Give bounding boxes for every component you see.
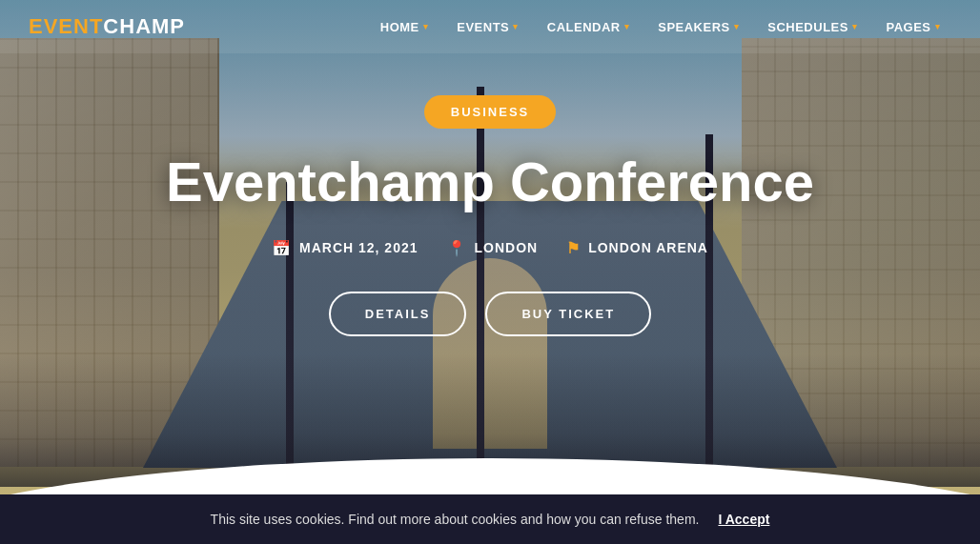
chevron-down-icon: ▾ (935, 22, 941, 31)
logo-part2: CHAMP (103, 14, 185, 38)
nav-item-pages[interactable]: PAGES ▾ (874, 12, 951, 42)
logo-part1: EVENT (29, 14, 103, 38)
hero-content: BUSINESS Eventchamp Conference 📅 MARCH 1… (0, 95, 980, 336)
event-meta: 📅 MARCH 12, 2021 📍 LONDON ⚑ LONDON ARENA (272, 239, 708, 257)
location-icon: 📍 (447, 239, 467, 257)
nav-item-schedules[interactable]: SCHEDULES ▾ (756, 12, 868, 42)
nav-item-events[interactable]: EVENTS ▾ (445, 12, 530, 42)
chevron-down-icon: ▾ (624, 22, 630, 31)
event-title: Eventchamp Conference (166, 151, 814, 212)
nav-links: HOME ▾ EVENTS ▾ CALENDAR ▾ SPEAKERS ▾ SC… (369, 12, 951, 42)
category-badge[interactable]: BUSINESS (424, 95, 556, 129)
hero-section: EVENTCHAMP HOME ▾ EVENTS ▾ CALENDAR ▾ SP… (0, 0, 980, 544)
venue-icon: ⚑ (566, 239, 581, 257)
meta-date: 📅 MARCH 12, 2021 (272, 239, 419, 257)
meta-city-text: LONDON (475, 240, 539, 255)
nav-label-calendar: CALENDAR (547, 20, 621, 34)
cookie-text: This site uses cookies. Find out more ab… (211, 512, 700, 527)
nav-item-home[interactable]: HOME ▾ (369, 12, 440, 42)
nav-item-calendar[interactable]: CALENDAR ▾ (536, 12, 641, 42)
event-actions: DETAILS BUY TICKET (329, 292, 651, 336)
chevron-down-icon: ▾ (513, 22, 519, 31)
meta-venue-text: LONDON ARENA (588, 240, 708, 255)
meta-city: 📍 LONDON (447, 239, 539, 257)
meta-date-text: MARCH 12, 2021 (299, 240, 419, 255)
navbar: EVENTCHAMP HOME ▾ EVENTS ▾ CALENDAR ▾ SP… (0, 0, 980, 53)
nav-label-speakers: SPEAKERS (658, 20, 730, 34)
nav-item-speakers[interactable]: SPEAKERS ▾ (646, 12, 750, 42)
buy-ticket-button[interactable]: BUY TICKET (485, 292, 651, 336)
chevron-down-icon: ▾ (734, 22, 740, 31)
cookie-banner: This site uses cookies. Find out more ab… (0, 494, 980, 544)
nav-label-home: HOME (380, 20, 419, 34)
nav-label-events: EVENTS (457, 20, 509, 34)
cookie-accept-button[interactable]: I Accept (718, 512, 769, 527)
nav-label-schedules: SCHEDULES (767, 20, 848, 34)
chevron-down-icon: ▾ (423, 22, 429, 31)
nav-label-pages: PAGES (886, 20, 930, 34)
calendar-icon: 📅 (272, 239, 292, 257)
details-button[interactable]: DETAILS (329, 292, 467, 336)
chevron-down-icon: ▾ (852, 22, 858, 31)
logo[interactable]: EVENTCHAMP (29, 14, 185, 39)
meta-venue: ⚑ LONDON ARENA (566, 239, 708, 257)
